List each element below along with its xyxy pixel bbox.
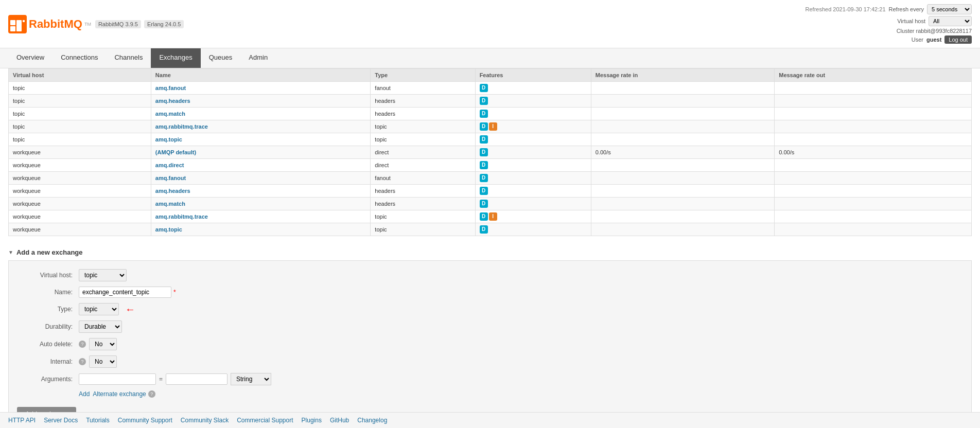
cell-name[interactable]: amq.rabbitmq.trace (151, 120, 370, 133)
alt-exchange-link[interactable]: Alternate exchange (93, 390, 146, 398)
feature-badge: D (480, 187, 488, 195)
internal-help-icon[interactable]: ? (79, 358, 86, 365)
arguments-form-label: Arguments: (17, 376, 79, 383)
footer-commercial-support[interactable]: Commercial Support (237, 417, 293, 424)
auto-delete-form-label: Auto delete: (17, 341, 79, 348)
nav-admin[interactable]: Admin (240, 48, 276, 68)
footer-changelog[interactable]: Changelog (357, 417, 387, 424)
cell-name[interactable]: amq.headers (151, 185, 370, 198)
cell-vhost: workqueue (9, 210, 151, 223)
logo: RabbitMQ TM (8, 15, 91, 33)
cell-name[interactable]: (AMQP default) (151, 146, 370, 159)
cell-name[interactable]: amq.match (151, 198, 370, 210)
cell-vhost: workqueue (9, 159, 151, 172)
name-form-input[interactable] (79, 287, 171, 298)
footer-github[interactable]: GitHub (330, 417, 349, 424)
footer-tutorials[interactable]: Tutorials (86, 417, 110, 424)
cell-rate-in (591, 159, 774, 172)
cell-rate-out (775, 210, 972, 223)
refresh-select[interactable]: 5 seconds 10 seconds 30 seconds 60 secon… (927, 4, 972, 14)
footer-community-slack[interactable]: Community Slack (181, 417, 229, 424)
nav-exchanges[interactable]: Exchanges (151, 48, 200, 68)
auto-delete-help-icon[interactable]: ? (79, 341, 86, 348)
top-bar: RabbitMQ TM RabbitMQ 3.9.5 Erlang 24.0.5… (0, 0, 980, 48)
cell-name[interactable]: amq.topic (151, 133, 370, 146)
cell-features: D (475, 172, 591, 185)
durability-form-select[interactable]: Durable Transient (79, 320, 122, 333)
logo-area: RabbitMQ TM RabbitMQ 3.9.5 Erlang 24.0.5 (8, 15, 184, 33)
arg-key-input[interactable] (79, 373, 156, 385)
cell-name[interactable]: amq.headers (151, 95, 370, 108)
cell-type: headers (371, 95, 475, 108)
form-row-type: Type: topic direct fanout headers ← (17, 303, 963, 315)
cell-vhost: workqueue (9, 172, 151, 185)
auto-delete-form-select[interactable]: No Yes (89, 338, 117, 350)
vhost-form-select[interactable]: topic workqueue / (79, 269, 127, 281)
refresh-row: Refreshed 2021-09-30 17:42:21 Refresh ev… (806, 4, 972, 14)
cell-features: D (475, 82, 591, 95)
top-right-info: Refreshed 2021-09-30 17:42:21 Refresh ev… (806, 4, 972, 44)
cell-vhost: topic (9, 108, 151, 120)
add-argument-link[interactable]: Add (79, 390, 90, 398)
form-row-vhost: Virtual host: topic workqueue / (17, 269, 963, 281)
arg-value-input[interactable] (166, 373, 227, 385)
feature-badge: D (480, 225, 488, 234)
footer-http-api[interactable]: HTTP API (8, 417, 36, 424)
refresh-label: Refresh every (889, 6, 924, 12)
cell-name[interactable]: amq.fanout (151, 172, 370, 185)
rabbitmq-version: RabbitMQ 3.9.5 (95, 20, 141, 28)
internal-form-label: Internal: (17, 358, 79, 365)
cell-rate-out (775, 133, 972, 146)
main-content: Virtual host Name Type Features Message … (0, 68, 980, 428)
nav-overview[interactable]: Overview (8, 48, 52, 68)
erlang-version: Erlang 24.0.5 (144, 20, 184, 28)
cell-rate-in (591, 198, 774, 210)
cluster-label: Cluster (897, 28, 915, 34)
cluster-row: Cluster rabbit@993fc8228117 (897, 28, 972, 34)
feature-badge: D (480, 212, 488, 221)
rabbitmq-logo-icon (8, 15, 27, 33)
type-form-select[interactable]: topic direct fanout headers (79, 303, 119, 315)
cell-name[interactable]: amq.rabbitmq.trace (151, 210, 370, 223)
logout-button[interactable]: Log out (944, 35, 972, 44)
vhost-form-label: Virtual host: (17, 272, 79, 279)
arg-type-select[interactable]: String Number Boolean (231, 373, 271, 385)
nav-channels[interactable]: Channels (106, 48, 151, 68)
feature-badge: D (480, 84, 488, 92)
cell-vhost: workqueue (9, 198, 151, 210)
nav-queues[interactable]: Queues (201, 48, 241, 68)
cell-vhost: workqueue (9, 185, 151, 198)
cell-features: D (475, 146, 591, 159)
form-row-alt-exchange: Add Alternate exchange ? (17, 390, 963, 398)
cell-features: D (475, 108, 591, 120)
cell-vhost: workqueue (9, 146, 151, 159)
footer-community-support[interactable]: Community Support (118, 417, 172, 424)
cell-name[interactable]: amq.match (151, 108, 370, 120)
arguments-row: = String Number Boolean (79, 373, 271, 385)
cell-name[interactable]: amq.direct (151, 159, 370, 172)
add-exchange-form: Virtual host: topic workqueue / Name: * … (8, 260, 972, 428)
cell-rate-out (775, 120, 972, 133)
cell-type: topic (371, 223, 475, 236)
table-row: topicamq.topictopicD (9, 133, 972, 146)
nav-connections[interactable]: Connections (52, 48, 106, 68)
cell-name[interactable]: amq.fanout (151, 82, 370, 95)
type-form-label: Type: (17, 306, 79, 313)
cell-type: headers (371, 198, 475, 210)
add-exchange-toggle[interactable]: ▼ Add a new exchange (8, 244, 972, 260)
cell-rate-in: 0.00/s (591, 146, 774, 159)
vhost-select[interactable]: All topic workqueue (929, 16, 972, 26)
cell-type: topic (371, 133, 475, 146)
footer-server-docs[interactable]: Server Docs (44, 417, 78, 424)
table-row: topicamq.matchheadersD (9, 108, 972, 120)
footer-plugins[interactable]: Plugins (302, 417, 322, 424)
alt-exchange-help-icon[interactable]: ? (148, 390, 155, 398)
cell-rate-in (591, 82, 774, 95)
cell-type: fanout (371, 82, 475, 95)
feature-badge: D (480, 110, 488, 118)
exchanges-table: Virtual host Name Type Features Message … (8, 68, 972, 236)
cell-name[interactable]: amq.topic (151, 223, 370, 236)
cell-features: D (475, 95, 591, 108)
internal-form-select[interactable]: No Yes (89, 355, 117, 368)
cell-rate-out: 0.00/s (775, 146, 972, 159)
